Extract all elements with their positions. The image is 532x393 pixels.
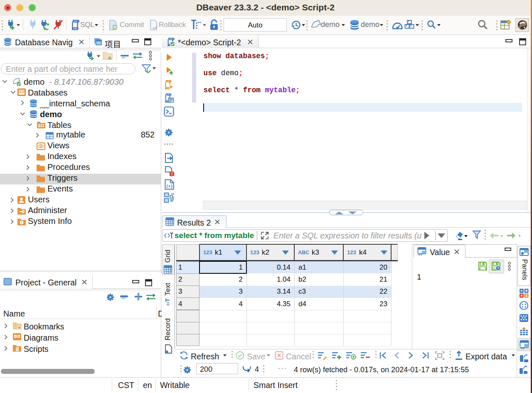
svg-text:{x}: {x} (166, 184, 172, 189)
